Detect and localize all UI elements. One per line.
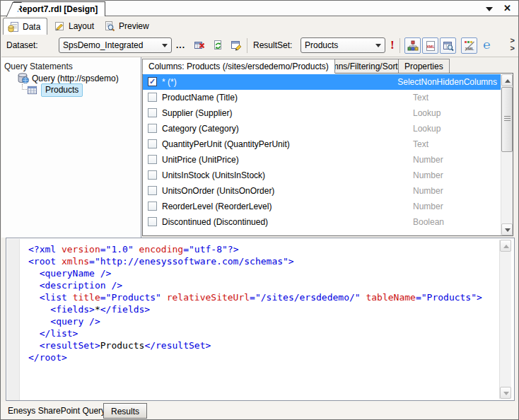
refresh-icon	[212, 43, 223, 53]
data-tab-icon	[8, 21, 19, 33]
browse-datasets-button[interactable]: ...	[176, 40, 185, 50]
column-type: Number	[413, 202, 443, 211]
column-name: ProductName (Title)	[162, 93, 238, 103]
column-row[interactable]: ReorderLevel (ReorderLevel)Number	[143, 199, 501, 214]
scroll-up-icon[interactable]	[501, 74, 513, 86]
scroll-down-icon[interactable]	[501, 223, 513, 235]
column-name: * (*)	[162, 77, 177, 87]
scrollbar-thumb[interactable]	[501, 87, 513, 152]
tab-properties[interactable]: Properties	[398, 59, 450, 74]
tab-columns-label: Columns: Products (/sites/ersdedemo/Prod…	[148, 62, 329, 71]
scroll-up-icon[interactable]	[500, 240, 511, 252]
column-type: Text	[413, 139, 428, 149]
toolbar-separator	[400, 38, 400, 53]
enesys-logo-icon: ℮	[483, 38, 490, 52]
edit-pencil-icon	[231, 43, 242, 53]
column-row[interactable]: ProductName (Title)Text	[143, 90, 501, 105]
checkbox-unchecked-icon[interactable]	[148, 139, 157, 148]
tab-layout[interactable]: Layout	[49, 18, 98, 35]
column-type: Lookup	[413, 124, 441, 134]
dataset-combobox-value: SpsDemo_Integrated	[63, 40, 143, 50]
tree-node-products-label: Products	[41, 83, 83, 97]
columns-list-scrollbar[interactable]	[501, 74, 513, 235]
tab-preview[interactable]: Preview	[100, 18, 155, 35]
column-type: Lookup	[413, 108, 441, 118]
query-designer-view-button[interactable]	[404, 37, 421, 54]
tab-data[interactable]: Data	[3, 18, 47, 35]
report-designer-window: Report7.rdl [Design] ✕ Data Layout Previ…	[0, 0, 519, 420]
tab-preview-label: Preview	[119, 21, 149, 31]
preview-tab-icon	[104, 21, 115, 32]
tab-data-label: Data	[23, 22, 40, 32]
execute-query-button[interactable]: !	[390, 38, 395, 52]
tab-columns[interactable]: Columns: Products (/sites/ersdedemo/Prod…	[142, 59, 335, 74]
checkbox-checked-icon[interactable]: ✓	[148, 77, 157, 86]
column-row[interactable]: Supplier (Supplier)Lookup	[143, 105, 501, 121]
delete-dataset-icon	[194, 43, 205, 53]
column-type: Number	[413, 155, 443, 165]
results-view-button[interactable]	[440, 37, 456, 54]
toolbar-overflow-button[interactable]: > >	[511, 37, 515, 52]
xml-line: <queryName />	[28, 267, 482, 279]
column-type: Boolean	[413, 217, 444, 227]
delete-dataset-button[interactable]	[191, 37, 207, 54]
xml-line: </root>	[28, 351, 482, 363]
columns-list-rows: ✓* (*)SelectNonHiddenColumnsProductName …	[143, 74, 501, 230]
document-tab-bar: Report7.rdl [Design] ✕	[1, 1, 518, 16]
query-designer-icon	[407, 44, 419, 54]
chevron-down-icon	[162, 44, 168, 47]
toolbar-separator	[247, 38, 247, 53]
column-name: UnitPrice (UnitPrice)	[162, 155, 239, 165]
checkbox-unchecked-icon[interactable]	[148, 217, 157, 226]
document-tab[interactable]: Report7.rdl [Design]	[13, 1, 105, 16]
chevron-down-icon	[375, 44, 381, 47]
tab-list-icon[interactable]	[486, 7, 493, 11]
column-row[interactable]: QuantityPerUnit (QuantityPerUnit)Text	[143, 136, 501, 152]
table-icon	[27, 85, 37, 98]
document-tab-title: Report7.rdl [Design]	[16, 4, 98, 14]
toolbar: Dataset: SpsDemo_Integrated ... ResultSe…	[1, 35, 518, 57]
xml-line: <?xml version="1.0" encoding="utf-8"?>	[28, 243, 482, 255]
xml-view-button[interactable]: XML	[422, 37, 438, 54]
checkbox-unchecked-icon[interactable]	[148, 124, 157, 133]
checkbox-unchecked-icon[interactable]	[148, 170, 157, 180]
column-name: Category (Category)	[162, 124, 239, 134]
dataset-label: Dataset:	[6, 40, 38, 50]
column-row[interactable]: UnitsInStock (UnitsInStock)Number	[143, 168, 501, 183]
checkbox-unchecked-icon[interactable]	[148, 108, 157, 117]
table-magnifier-icon	[443, 44, 454, 54]
column-name: QuantityPerUnit (QuantityPerUnit)	[162, 139, 290, 149]
tab-layout-label: Layout	[69, 21, 94, 31]
xml-editor-scrollbar[interactable]	[499, 240, 511, 399]
checkbox-unchecked-icon[interactable]	[148, 202, 157, 211]
checkbox-unchecked-icon[interactable]	[148, 93, 157, 102]
generic-query-toggle-button[interactable]: XML	[461, 37, 477, 54]
column-row[interactable]: ✓* (*)SelectNonHiddenColumns	[143, 74, 501, 90]
tab-enesys-sharepoint-query[interactable]: Enesys SharePoint Query	[8, 406, 105, 416]
column-row[interactable]: Category (Category)Lookup	[143, 121, 501, 136]
dataset-combobox[interactable]: SpsDemo_Integrated	[59, 37, 172, 53]
resultset-combobox-value: Products	[305, 40, 338, 50]
column-name: ReorderLevel (ReorderLevel)	[162, 202, 272, 211]
tab-results[interactable]: Results	[103, 403, 147, 419]
column-row[interactable]: UnitPrice (UnitPrice)Number	[143, 152, 501, 168]
xml-query-editor[interactable]: <?xml version="1.0" encoding="utf-8"?><r…	[6, 238, 515, 401]
column-row[interactable]: Discontinued (Discontinued)Boolean	[143, 214, 501, 230]
resultset-combobox[interactable]: Products	[301, 37, 385, 53]
xml-line: <root xmlns="http://enesyssoftware.com/s…	[28, 255, 482, 267]
column-name: UnitsOnOrder (UnitsOnOrder)	[162, 186, 274, 196]
scroll-down-icon[interactable]	[500, 387, 511, 399]
tab-results-label: Results	[111, 407, 139, 416]
checkbox-unchecked-icon[interactable]	[148, 186, 157, 195]
xml-line: <description />	[28, 279, 482, 291]
edit-dataset-button[interactable]	[228, 37, 244, 54]
bottom-tab-strip: Enesys SharePoint Query Results	[1, 402, 518, 420]
column-row[interactable]: UnitsOnOrder (UnitsOnOrder)Number	[143, 183, 501, 199]
view-tab-strip: Data Layout Preview	[1, 17, 518, 35]
refresh-dataset-button[interactable]	[209, 37, 226, 54]
resultset-label: ResultSet:	[253, 40, 292, 50]
xml-line: </list>	[28, 327, 482, 339]
column-name: UnitsInStock (UnitsInStock)	[162, 170, 265, 180]
close-icon[interactable]: ✕	[503, 3, 511, 13]
checkbox-unchecked-icon[interactable]	[148, 155, 157, 164]
